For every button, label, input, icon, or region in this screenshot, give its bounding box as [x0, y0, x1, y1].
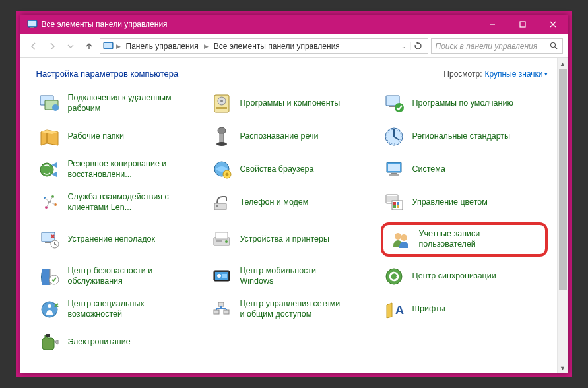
- scroll-up-button[interactable]: ▲: [558, 58, 568, 69]
- item-icon: [382, 158, 406, 181]
- svg-line-39: [45, 198, 49, 202]
- chevron-down-icon[interactable]: ⌄: [401, 43, 407, 49]
- search-placeholder: Поиск в панели управления: [436, 42, 538, 51]
- page-title: Настройка параметров компьютера: [36, 69, 179, 79]
- item-label: Региональные стандарты: [412, 131, 511, 142]
- nav-up-button[interactable]: [81, 38, 97, 54]
- item-icon: [210, 191, 234, 214]
- svg-point-23: [216, 142, 227, 146]
- svg-rect-48: [393, 202, 396, 205]
- control-panel-item[interactable]: Центр мобильности Windows: [209, 263, 376, 290]
- control-panel-item[interactable]: Центр синхронизации: [381, 263, 548, 290]
- refresh-button[interactable]: [410, 42, 425, 50]
- item-label: Подключения к удаленным рабочим: [68, 93, 174, 113]
- item-label: Телефон и модем: [240, 197, 309, 208]
- item-icon: [382, 92, 406, 115]
- item-label: Служба взаимодействия с клиентами Len...: [68, 192, 174, 212]
- item-icon: [38, 298, 61, 321]
- control-panel-item[interactable]: Управление цветом: [381, 189, 548, 216]
- control-panel-item[interactable]: Свойства браузера: [209, 156, 376, 183]
- control-panel-icon: [27, 19, 38, 30]
- svg-point-16: [220, 100, 223, 102]
- nav-back-button[interactable]: [26, 38, 42, 54]
- control-panel-item[interactable]: Распознавание речи: [209, 123, 376, 150]
- svg-rect-53: [45, 242, 51, 243]
- item-icon: [210, 298, 234, 321]
- svg-point-68: [48, 304, 51, 308]
- item-icon: A: [382, 298, 406, 321]
- svg-point-66: [386, 269, 402, 284]
- item-label: Центр управления сетями и общим доступом: [240, 299, 346, 319]
- svg-line-41: [49, 202, 55, 205]
- control-panel-item[interactable]: Телефон и модем: [209, 189, 376, 216]
- control-panel-item[interactable]: Центр безопасности и обслуживания: [36, 263, 203, 290]
- item-label: Центр специальных возможностей: [68, 299, 174, 319]
- svg-rect-77: [46, 334, 50, 337]
- minimize-button[interactable]: [477, 15, 507, 34]
- item-icon: [210, 158, 234, 181]
- control-panel-item[interactable]: Устранение неполадок: [36, 222, 203, 257]
- control-panel-item[interactable]: Программы и компоненты: [209, 90, 376, 117]
- control-panel-item[interactable]: AШрифты: [381, 296, 548, 323]
- svg-point-60: [401, 234, 407, 241]
- item-icon: [210, 228, 234, 251]
- control-panel-item[interactable]: Устройства и принтеры: [209, 222, 376, 257]
- address-bar[interactable]: ▶ Панель управления ▶ Все элементы панел…: [100, 38, 428, 54]
- item-label: Шрифты: [412, 304, 445, 315]
- control-panel-item[interactable]: Центр управления сетями и общим доступом: [209, 296, 376, 323]
- item-icon: [38, 158, 61, 181]
- svg-rect-58: [216, 240, 222, 242]
- item-label: Учетные записи пользователей: [419, 229, 525, 249]
- item-label: Электропитание: [68, 337, 131, 348]
- search-input[interactable]: Поиск в панели управления: [431, 38, 563, 54]
- view-by-control: Просмотр: Крупные значки ▾: [443, 69, 547, 79]
- chevron-down-icon: ▾: [544, 71, 548, 77]
- control-panel-item[interactable]: Региональные стандарты: [381, 123, 548, 150]
- svg-rect-4: [520, 22, 525, 27]
- scroll-thumb[interactable]: [559, 69, 567, 290]
- control-panel-item[interactable]: Учетные записи пользователей: [381, 222, 548, 257]
- control-panel-item[interactable]: Служба взаимодействия с клиентами Len...: [36, 189, 203, 216]
- nav-recent-button[interactable]: [63, 38, 79, 54]
- item-label: Рабочие папки: [68, 131, 125, 142]
- item-label: Резервное копирование и восстановлени...: [68, 159, 174, 179]
- control-panel-item[interactable]: Центр специальных возможностей: [36, 296, 203, 323]
- svg-rect-50: [393, 205, 396, 208]
- svg-rect-56: [216, 232, 228, 239]
- item-label: Центр безопасности и обслуживания: [68, 266, 174, 286]
- chevron-right-icon[interactable]: ▶: [203, 43, 210, 49]
- control-panel-item[interactable]: Резервное копирование и восстановлени...: [36, 156, 203, 183]
- vertical-scrollbar[interactable]: ▲ ▼: [557, 58, 568, 373]
- maximize-button[interactable]: [507, 15, 538, 34]
- breadcrumb-item[interactable]: Все элементы панели управления: [211, 39, 343, 53]
- close-button[interactable]: [538, 15, 568, 34]
- scroll-down-button[interactable]: ▼: [558, 362, 568, 373]
- item-label: Программы по умолчанию: [412, 98, 513, 109]
- breadcrumb-item[interactable]: Панель управления: [123, 39, 201, 53]
- items-grid: Подключения к удаленным рабочимПрограммы…: [36, 90, 548, 356]
- chevron-right-icon[interactable]: ▶: [115, 43, 122, 49]
- item-icon: [38, 228, 61, 251]
- item-icon: [210, 125, 234, 148]
- item-label: Управление цветом: [412, 197, 488, 208]
- view-by-dropdown[interactable]: Крупные значки ▾: [484, 69, 547, 79]
- item-label: Программы и компоненты: [240, 98, 341, 109]
- control-panel-item[interactable]: Система: [381, 156, 548, 183]
- svg-rect-71: [218, 302, 224, 306]
- nav-forward-button[interactable]: [44, 38, 60, 54]
- svg-rect-33: [389, 174, 399, 176]
- svg-point-59: [395, 233, 401, 240]
- svg-rect-51: [397, 205, 399, 208]
- control-panel-item[interactable]: Электропитание: [36, 329, 203, 356]
- control-panel-icon: [103, 41, 114, 51]
- svg-text:A: A: [395, 304, 404, 317]
- item-icon: [38, 125, 61, 148]
- control-panel-item[interactable]: Рабочие папки: [36, 123, 203, 150]
- control-panel-item[interactable]: Программы по умолчанию: [381, 90, 548, 117]
- item-label: Центр синхронизации: [412, 271, 496, 282]
- item-icon: [210, 265, 234, 288]
- window-title: Все элементы панели управления: [42, 20, 477, 29]
- item-icon: [382, 265, 406, 288]
- svg-line-40: [49, 197, 53, 202]
- control-panel-item[interactable]: Подключения к удаленным рабочим: [36, 90, 203, 117]
